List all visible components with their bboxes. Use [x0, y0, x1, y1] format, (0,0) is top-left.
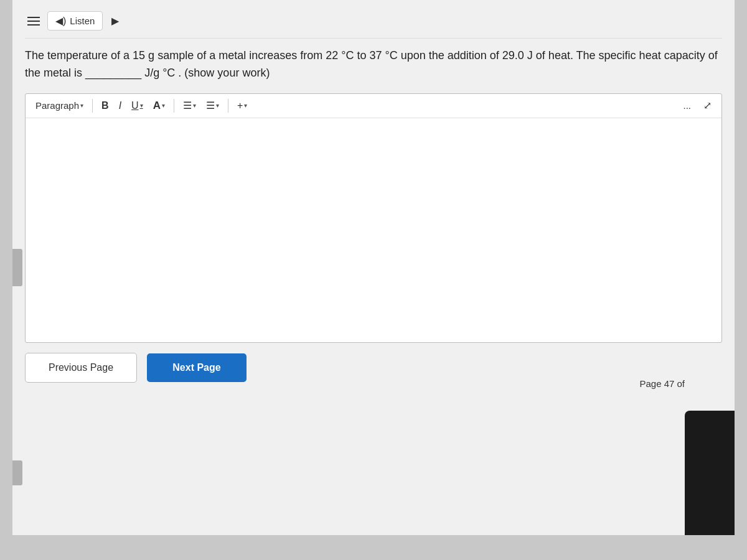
editor-body[interactable] [26, 118, 721, 342]
toolbar-more-group: ... ⤢ [679, 98, 715, 113]
underline-icon: U [131, 100, 139, 111]
bold-button[interactable]: B [98, 98, 113, 113]
add-icon: + [237, 100, 243, 111]
font-size-chevron: ▾ [162, 102, 165, 109]
text-editor: Paragraph ▾ B I U ▾ A ▾ [25, 93, 722, 343]
italic-button[interactable]: I [115, 98, 125, 113]
more-icon: ... [683, 100, 691, 111]
play-icon: ▶ [111, 16, 119, 26]
more-button[interactable]: ... [679, 98, 695, 113]
expand-button[interactable]: ⤢ [700, 98, 715, 113]
list2-chevron: ▾ [216, 102, 219, 109]
add-chevron: ▾ [244, 102, 247, 109]
top-toolbar: ◀) Listen ▶ [25, 6, 722, 39]
toolbar-divider-2 [174, 99, 174, 113]
list1-chevron: ▾ [193, 102, 196, 109]
left-scroll-indicator[interactable] [12, 249, 22, 286]
font-size-button[interactable]: A ▾ [149, 98, 169, 114]
listen-button[interactable]: ◀) Listen [47, 11, 103, 30]
menu-icon[interactable] [25, 14, 42, 28]
list-style-1-button[interactable]: ☰ ▾ [179, 98, 200, 113]
paragraph-style-button[interactable]: Paragraph ▾ [32, 98, 87, 113]
speaker-icon: ◀) [55, 15, 66, 27]
play-button[interactable]: ▶ [108, 12, 123, 29]
underline-chevron: ▾ [140, 102, 143, 109]
add-button[interactable]: + ▾ [233, 98, 251, 113]
device-corner [685, 411, 735, 535]
italic-icon: I [119, 100, 121, 111]
toolbar-divider-3 [228, 99, 228, 113]
list-style-2-button[interactable]: ☰ ▾ [202, 98, 223, 113]
bottom-navigation: Previous Page Next Page Page 47 of [25, 353, 722, 383]
previous-page-button[interactable]: Previous Page [25, 353, 137, 383]
page-indicator: Page 47 of [639, 378, 685, 389]
question-text: The temperature of a 15 g sample of a me… [25, 47, 722, 82]
list-style-1-icon: ☰ [183, 100, 192, 111]
previous-page-label: Previous Page [49, 362, 113, 373]
list-style-2-icon: ☰ [206, 100, 215, 111]
next-page-button[interactable]: Next Page [147, 353, 247, 382]
paragraph-label: Paragraph [35, 100, 79, 111]
font-size-icon: A [153, 100, 161, 112]
toolbar-divider-1 [92, 99, 93, 113]
paragraph-selector-group[interactable]: Paragraph ▾ [32, 98, 87, 113]
listen-label: Listen [70, 16, 95, 26]
page-indicator-text: Page 47 of [639, 378, 685, 389]
expand-icon: ⤢ [703, 100, 712, 111]
bold-icon: B [101, 100, 109, 111]
next-page-label: Next Page [172, 362, 220, 373]
question-content: The temperature of a 15 g sample of a me… [25, 49, 718, 79]
paragraph-chevron: ▾ [80, 102, 83, 109]
bottom-scroll-indicator[interactable] [12, 460, 22, 485]
underline-button[interactable]: U ▾ [128, 98, 147, 113]
editor-toolbar: Paragraph ▾ B I U ▾ A ▾ [26, 94, 721, 118]
